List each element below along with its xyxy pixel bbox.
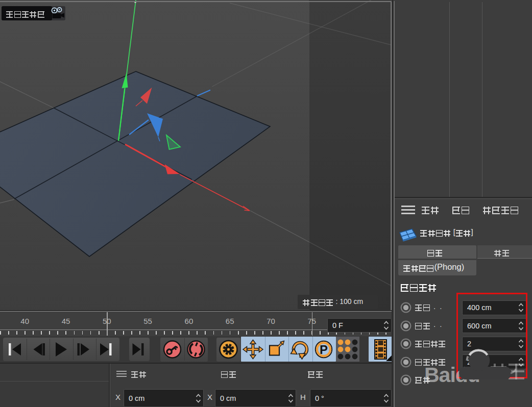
svg-text:P: P [320, 343, 328, 357]
